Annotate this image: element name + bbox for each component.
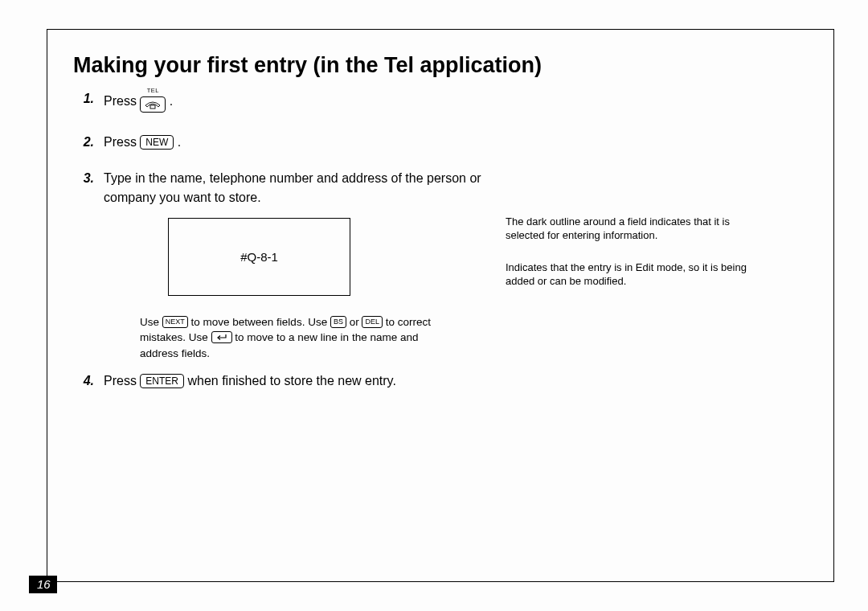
step-body: Press ENTER when finished to store the n…	[104, 371, 522, 390]
screen-placeholder-text: #Q-8-1	[240, 250, 278, 264]
return-key-icon	[211, 331, 232, 343]
step-1: 1. Press TEL .	[72, 89, 809, 115]
step-number: 3.	[72, 169, 104, 187]
page-number: 16	[29, 576, 57, 593]
text: or	[350, 316, 362, 328]
text: .	[178, 135, 181, 149]
spacer	[72, 120, 809, 128]
step-body: Press NEW .	[104, 133, 522, 151]
text: to move between fields. Use	[191, 316, 330, 328]
step-2: 2. Press NEW .	[72, 133, 809, 151]
step-body: Type in the name, telephone number and a…	[104, 169, 522, 206]
del-key: DEL	[362, 316, 383, 328]
step-number: 2.	[72, 133, 104, 151]
step-number: 4.	[72, 371, 104, 390]
new-key: NEW	[140, 135, 174, 150]
phone-icon	[140, 96, 166, 113]
illustration-area: #Q-8-1 The dark outline around a field i…	[72, 218, 809, 367]
manual-page: Making your first entry (in the Tel appl…	[0, 0, 868, 611]
bs-key: BS	[330, 316, 346, 328]
next-key: NEXT	[162, 316, 188, 328]
text: Use	[140, 316, 162, 328]
spacer	[72, 156, 809, 164]
side-note-2: Indicates that the entry is in Edit mode…	[506, 260, 771, 289]
screen-placeholder-box: #Q-8-1	[168, 218, 350, 296]
step-3: 3. Type in the name, telephone number an…	[72, 169, 809, 206]
text: Press	[104, 374, 140, 388]
side-notes: The dark outline around a field indicate…	[506, 215, 771, 306]
step-list-continued: 4. Press ENTER when finished to store th…	[72, 371, 809, 390]
step-number: 1.	[72, 89, 104, 108]
tel-key: TEL	[140, 87, 166, 113]
text: Press	[104, 135, 140, 149]
step-body: Press TEL .	[104, 89, 522, 115]
content-area: 1. Press TEL .	[72, 89, 809, 390]
text: Press	[104, 95, 140, 109]
side-note-1: The dark outline around a field indicate…	[506, 215, 771, 243]
svg-rect-0	[150, 105, 155, 109]
step-4: 4. Press ENTER when finished to store th…	[72, 371, 809, 390]
text: when finished to store the new entry.	[187, 374, 395, 388]
step-list: 1. Press TEL .	[72, 89, 809, 206]
enter-key: ENTER	[140, 374, 184, 388]
text: .	[170, 95, 173, 109]
usage-note: Use NEXT to move between fields. Use BS …	[140, 314, 445, 362]
section-title: Making your first entry (in the Tel appl…	[73, 52, 809, 78]
page-frame: Making your first entry (in the Tel appl…	[47, 29, 834, 582]
tel-key-label: TEL	[147, 87, 159, 96]
